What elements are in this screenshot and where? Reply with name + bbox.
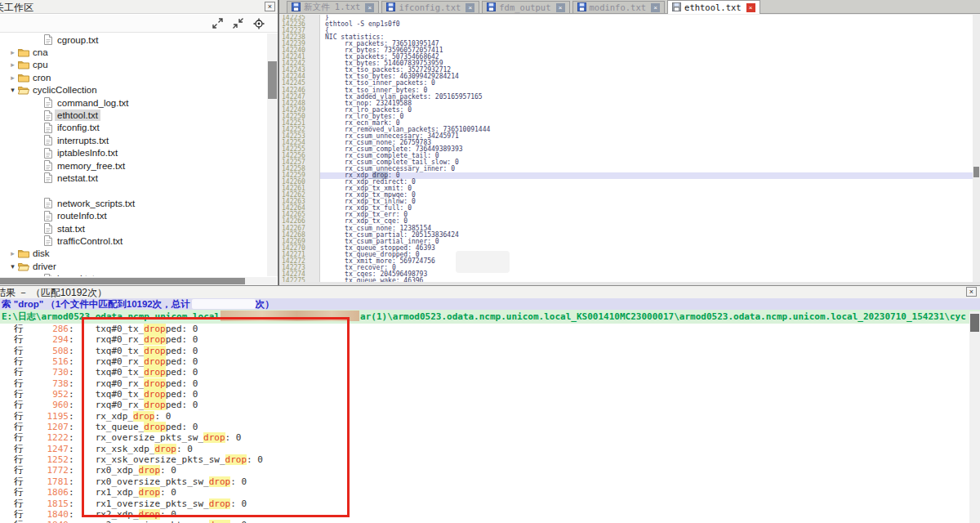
tree-item-ethtool-txt[interactable]: ethtool.txt	[0, 109, 266, 121]
results-vertical-scrollbar[interactable]	[969, 311, 980, 523]
tree-item-label: trafficControl.txt	[55, 235, 125, 247]
result-row-line-1195[interactable]: 行 1195 : rx_xdp_drop: 0	[0, 411, 969, 422]
tree-item-netstat-txt[interactable]: netstat.txt	[0, 172, 266, 184]
line-text: rx_xdp_tx_xmit: 0	[320, 186, 973, 192]
result-row-line-1840[interactable]: 行 1840 : rx2_xdp_drop: 0	[0, 509, 969, 520]
tab-close-icon[interactable]: ×	[466, 3, 474, 12]
result-row-line-516[interactable]: 行 516 : rxq#0_rx_dropped: 0	[0, 356, 969, 367]
workspace-close-button[interactable]: ×	[265, 2, 275, 11]
result-row-colon: :	[69, 465, 74, 476]
tree-chevron-icon[interactable]: ▾	[8, 86, 17, 94]
result-row-line-label: 行	[0, 378, 28, 389]
tree-item-cpu[interactable]: ▸ cpu	[0, 59, 266, 71]
editor-text-area[interactable]: 142235 } 142236 ethtool -S enp1s0f0 1422…	[279, 15, 973, 282]
result-row-line-738[interactable]: 行 738 : rxq#0_rx_dropped: 0	[0, 378, 969, 389]
tree-item-stat-txt[interactable]: stat.txt	[0, 222, 266, 235]
result-row-line-294[interactable]: 行 294 : rxq#0_rx_dropped: 0	[0, 334, 969, 345]
tree-item-iptablesinfo-txt[interactable]: iptablesInfo.txt	[0, 147, 266, 159]
match-highlight: drop	[139, 465, 161, 476]
result-row-line-number: 1207	[28, 422, 69, 432]
line-text: {	[320, 28, 973, 34]
tree-item-routeinfo-txt[interactable]: routeInfo.txt	[0, 209, 266, 221]
workspace-title: 关工作区	[0, 1, 33, 15]
workspace-vertical-scrollbar[interactable]	[267, 34, 278, 276]
match-highlight: drop	[144, 378, 166, 389]
tree-item-cron[interactable]: ▸ cron	[0, 71, 266, 83]
tree-item-cycliccollection[interactable]: ▾ cyclicCollection	[0, 84, 266, 96]
tab-close-icon[interactable]: ×	[651, 3, 660, 12]
workspace-vscroll-thumb[interactable]	[268, 61, 277, 99]
tree-item-driver[interactable]: ▾ driver	[0, 260, 266, 272]
expand-all-icon[interactable]	[212, 18, 223, 29]
tree-item-label: disk	[30, 248, 51, 259]
tab-close-icon[interactable]: ×	[746, 3, 755, 12]
result-row-line-label: 行	[0, 367, 28, 378]
result-row-text: rx_xsk_oversize_pkts_sw_drop: 0	[74, 454, 263, 465]
tab-close-icon[interactable]: ×	[365, 3, 374, 12]
results-close-button[interactable]: ×	[966, 287, 977, 297]
tree-item-command-log-txt[interactable]: command_log.txt	[0, 96, 266, 109]
folder-closed-icon	[17, 47, 30, 57]
result-row-line-952[interactable]: 行 952 : txq#0_tx_dropped: 0	[0, 389, 969, 400]
result-row-line-1222[interactable]: 行 1222 : rx_oversize_pkts_sw_drop: 0	[0, 432, 969, 443]
tree-item-interrupts-txt[interactable]: interrupts.txt	[0, 134, 266, 146]
line-text: rx_xdp_tx_full: 0	[320, 205, 973, 212]
results-summary-text: 索 "drop" （1个文件中匹配到10192次，总计次）	[2, 298, 274, 310]
search-results-panel: 结果 － （匹配10192次） × 索 "drop" （1个文件中匹配到1019…	[0, 285, 980, 523]
tree-item-label: memory_free.txt	[55, 160, 127, 172]
result-row-line-1772[interactable]: 行 1772 : rx0_xdp_drop: 0	[0, 465, 969, 476]
tree-item-label: cpu	[30, 59, 51, 70]
result-row-line-1207[interactable]: 行 1207 : tx_queue_dropped: 0	[0, 422, 969, 432]
results-file-path-row[interactable]: E:\日志\armod0523.odata.ncmp.unicom.locala…	[0, 310, 980, 324]
tab-close-icon[interactable]: ×	[556, 3, 565, 12]
match-highlight: drop	[144, 389, 166, 400]
tree-chevron-icon[interactable]: ▸	[8, 74, 17, 82]
workspace-horizontal-scrollbar[interactable]	[0, 277, 277, 285]
result-row-line-1247[interactable]: 行 1247 : rx_xsk_xdp_drop: 0	[0, 444, 969, 454]
tree-item-trafficcontrol-txt[interactable]: trafficControl.txt	[0, 235, 266, 247]
result-row-line-1815[interactable]: 行 1815 : rx1_oversize_pkts_sw_drop: 0	[0, 498, 969, 509]
result-row-line-number: 1815	[28, 498, 69, 509]
tree-chevron-icon[interactable]: ▸	[8, 249, 17, 257]
tree-item-memory-free-txt[interactable]: memory_free.txt	[0, 159, 266, 172]
results-summary-row[interactable]: 索 "drop" （1个文件中匹配到10192次，总计次）	[0, 298, 980, 310]
tree-item-cgroup-txt[interactable]: cgroup.txt	[0, 34, 266, 46]
result-row-line-1781[interactable]: 行 1781 : rx0_oversize_pkts_sw_drop: 0	[0, 476, 969, 487]
editor-line[interactable]: 142236 ethtool -S enp1s0f0	[279, 21, 973, 28]
tab-ethtool-txt[interactable]: ethtool.txt ×	[667, 0, 760, 14]
result-row-line-1849[interactable]: 行 1849 : rx2_oversize_pkts_sw_drop: 0	[0, 520, 969, 523]
editor-vertical-scrollbar[interactable]	[973, 15, 980, 282]
collapse-all-icon[interactable]	[233, 18, 243, 29]
tree-item-disk[interactable]: ▸ disk	[0, 248, 266, 260]
result-row-line-label: 行	[0, 454, 28, 465]
tab-label: modinfo.txt	[590, 2, 647, 12]
results-vscroll-thumb[interactable]	[970, 314, 979, 332]
floppy-disk-icon	[386, 2, 395, 13]
tree-chevron-icon[interactable]: ▸	[8, 60, 17, 69]
result-row-line-286[interactable]: 行 286 : txq#0_tx_dropped: 0	[0, 324, 969, 334]
locate-file-icon[interactable]	[253, 18, 265, 29]
tab-fdm-output[interactable]: fdm_output ×	[482, 1, 569, 13]
result-row-line-1252[interactable]: 行 1252 : rx_xsk_oversize_pkts_sw_drop: 0	[0, 454, 969, 465]
results-file-path: E:\日志\armod0523.odata.ncmp.unicom.locala…	[2, 310, 966, 324]
workspace-hscroll-thumb[interactable]	[0, 278, 245, 284]
tab-ifconfig-txt[interactable]: ifconfig.txt ×	[381, 1, 479, 13]
tab-modinfo-txt[interactable]: modinfo.txt ×	[572, 1, 666, 13]
editor-vscroll-thumb[interactable]	[973, 167, 979, 177]
result-row-colon: :	[69, 520, 74, 523]
result-row-line-508[interactable]: 行 508 : txq#0_tx_dropped: 0	[0, 346, 969, 356]
tree-item-label: driver	[30, 261, 59, 272]
result-row-line-730[interactable]: 行 730 : txq#0_tx_dropped: 0	[0, 367, 969, 378]
tree-item-lsmod-txt[interactable]: lsmod.txt	[0, 272, 266, 276]
tab--1-txt[interactable]: 新文件 1.txt ×	[287, 1, 379, 13]
tree-item-cna[interactable]: ▸ cna	[0, 46, 266, 58]
tree-item-label: cron	[30, 72, 53, 83]
tree-item-network-scripts-txt[interactable]: network_scripts.txt	[0, 197, 266, 209]
result-row-line-960[interactable]: 行 960 : rxq#0_rx_dropped: 0	[0, 400, 969, 410]
tree-item-redacted[interactable]	[0, 185, 266, 197]
tree-chevron-icon[interactable]: ▸	[8, 48, 17, 56]
tree-item-label: netstat.txt	[55, 172, 100, 184]
tree-item-ifconfig-txt[interactable]: ifconfig.txt	[0, 122, 266, 134]
tree-chevron-icon[interactable]: ▾	[8, 262, 17, 270]
result-row-line-1806[interactable]: 行 1806 : rx1_xdp_drop: 0	[0, 487, 969, 498]
